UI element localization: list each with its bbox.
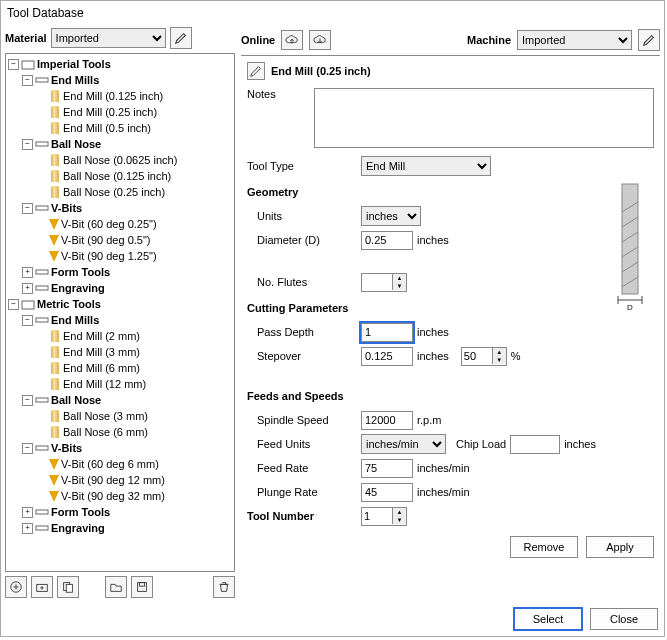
flutes-stepper[interactable]: ▲▼	[361, 273, 407, 292]
tool-tree[interactable]: −Imperial Tools −End Mills End Mill (0.1…	[5, 53, 235, 572]
material-edit-button[interactable]	[170, 27, 192, 49]
tree-item[interactable]: V-Bit (60 deg 6 mm)	[61, 458, 159, 470]
tree-item[interactable]: End Mill (0.125 inch)	[63, 90, 163, 102]
tree-item[interactable]: V-Bit (90 deg 12 mm)	[61, 474, 165, 486]
remove-button[interactable]: Remove	[510, 536, 578, 558]
cloud-download-button[interactable]	[309, 30, 331, 50]
spindle-input[interactable]	[361, 411, 413, 430]
spindle-unit: r.p.m	[417, 414, 441, 426]
units-select[interactable]: inches	[361, 206, 421, 226]
expander-icon[interactable]: +	[22, 507, 33, 518]
tree-item[interactable]: V-Bit (90 deg 0.5")	[61, 234, 151, 246]
cloud-upload-button[interactable]	[281, 30, 303, 50]
ball-nose-icon	[51, 186, 59, 198]
tree-group[interactable]: V-Bits	[51, 202, 82, 214]
vbit-icon	[49, 491, 59, 502]
expander-icon[interactable]: −	[22, 395, 33, 406]
tree-group[interactable]: End Mills	[51, 314, 99, 326]
end-mill-icon	[51, 346, 59, 358]
units-label: Units	[247, 210, 347, 222]
expander-icon[interactable]: −	[22, 75, 33, 86]
tree-item[interactable]: End Mill (3 mm)	[63, 346, 140, 358]
export-button[interactable]	[131, 576, 153, 598]
toolnum-input[interactable]	[362, 508, 392, 525]
tree-item[interactable]: Ball Nose (0.125 inch)	[63, 170, 171, 182]
tree-group[interactable]: End Mills	[51, 74, 99, 86]
ruler-icon	[35, 201, 49, 215]
expander-icon[interactable]: −	[22, 443, 33, 454]
notes-input[interactable]	[314, 88, 654, 148]
step-up-icon[interactable]: ▲	[392, 274, 406, 282]
tooltype-select[interactable]: End Mill	[361, 156, 491, 176]
tree-group[interactable]: Ball Nose	[51, 394, 101, 406]
svg-rect-7	[36, 318, 48, 322]
expander-icon[interactable]: −	[22, 315, 33, 326]
folder-icon	[21, 297, 35, 311]
passdepth-input[interactable]	[361, 323, 413, 342]
ball-nose-icon	[51, 170, 59, 182]
step-down-icon[interactable]: ▼	[392, 282, 406, 290]
flutes-input[interactable]	[362, 274, 392, 291]
step-up-icon[interactable]: ▲	[392, 508, 406, 516]
end-mill-icon	[51, 378, 59, 390]
tree-item[interactable]: Ball Nose (0.0625 inch)	[63, 154, 177, 166]
expander-icon[interactable]: −	[8, 59, 19, 70]
tree-item[interactable]: V-Bit (60 deg 0.25")	[61, 218, 157, 230]
chipload-input[interactable]	[510, 435, 560, 454]
tree-item[interactable]: Ball Nose (0.25 inch)	[63, 186, 165, 198]
expander-icon[interactable]: −	[8, 299, 19, 310]
expander-icon[interactable]: +	[22, 267, 33, 278]
tool-diagram: D	[610, 182, 650, 312]
tree-item[interactable]: V-Bit (90 deg 32 mm)	[61, 490, 165, 502]
material-select[interactable]: Imported	[51, 28, 166, 48]
diameter-unit: inches	[417, 234, 449, 246]
tree-item[interactable]: End Mill (0.5 inch)	[63, 122, 151, 134]
expander-icon[interactable]: +	[22, 523, 33, 534]
tree-group[interactable]: V-Bits	[51, 442, 82, 454]
delete-button[interactable]	[213, 576, 235, 598]
tree-item[interactable]: V-Bit (90 deg 1.25")	[61, 250, 157, 262]
tree-group[interactable]: Ball Nose	[51, 138, 101, 150]
new-tool-button[interactable]	[5, 576, 27, 598]
spindle-label: Spindle Speed	[247, 414, 347, 426]
tree-item[interactable]: Ball Nose (6 mm)	[63, 426, 148, 438]
feedunits-select[interactable]: inches/min	[361, 434, 446, 454]
expander-icon[interactable]: −	[22, 203, 33, 214]
stepover-pct-input[interactable]	[462, 348, 492, 365]
select-button[interactable]: Select	[514, 608, 582, 630]
step-down-icon[interactable]: ▼	[392, 516, 406, 524]
tree-item[interactable]: End Mill (2 mm)	[63, 330, 140, 342]
expander-icon[interactable]: −	[22, 139, 33, 150]
tree-item[interactable]: End Mill (6 mm)	[63, 362, 140, 374]
tree-group[interactable]: Engraving	[51, 522, 105, 534]
stepover-pct-stepper[interactable]: ▲▼	[461, 347, 507, 366]
diameter-input[interactable]	[361, 231, 413, 250]
rename-button[interactable]	[247, 62, 265, 80]
tree-group[interactable]: Metric Tools	[37, 298, 101, 310]
tree-item[interactable]: Ball Nose (3 mm)	[63, 410, 148, 422]
new-group-button[interactable]	[31, 576, 53, 598]
tree-group[interactable]: Engraving	[51, 282, 105, 294]
expander-icon[interactable]: +	[22, 283, 33, 294]
feedrate-input[interactable]	[361, 459, 413, 478]
plunge-input[interactable]	[361, 483, 413, 502]
svg-rect-17	[139, 583, 144, 587]
step-up-icon[interactable]: ▲	[492, 348, 506, 356]
end-mill-icon	[51, 122, 59, 134]
tree-group[interactable]: Form Tools	[51, 266, 110, 278]
svg-rect-9	[36, 446, 48, 450]
step-down-icon[interactable]: ▼	[492, 356, 506, 364]
apply-button[interactable]: Apply	[586, 536, 654, 558]
tree-group[interactable]: Imperial Tools	[37, 58, 111, 70]
machine-edit-button[interactable]	[638, 29, 660, 51]
tree-item[interactable]: End Mill (12 mm)	[63, 378, 146, 390]
machine-select[interactable]: Imported	[517, 30, 632, 50]
tree-group[interactable]: Form Tools	[51, 506, 110, 518]
stepover-input[interactable]	[361, 347, 413, 366]
close-button[interactable]: Close	[590, 608, 658, 630]
tree-item[interactable]: End Mill (0.25 inch)	[63, 106, 157, 118]
toolnum-stepper[interactable]: ▲▼	[361, 507, 407, 526]
import-button[interactable]	[105, 576, 127, 598]
copy-button[interactable]	[57, 576, 79, 598]
feedrate-unit: inches/min	[417, 462, 470, 474]
